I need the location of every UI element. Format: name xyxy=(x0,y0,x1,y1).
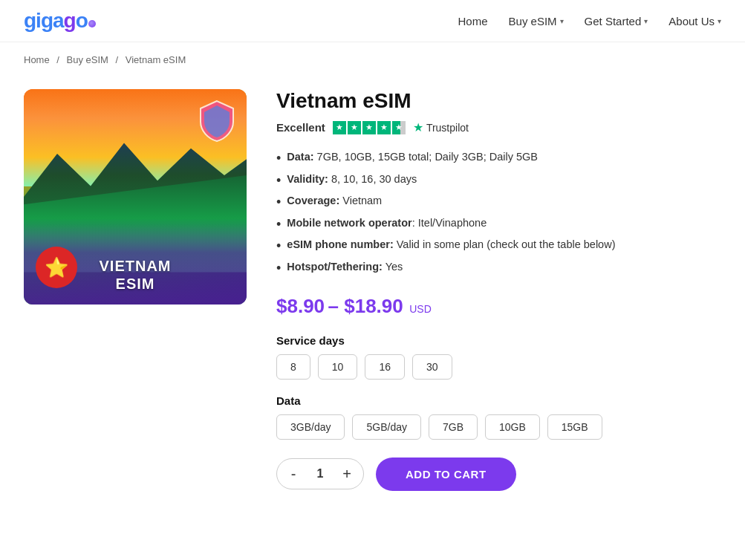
nav-about-us[interactable]: About Us ▾ xyxy=(668,15,721,27)
chevron-down-icon: ▾ xyxy=(644,17,648,25)
quantity-value: 1 xyxy=(307,467,334,481)
nav-links: Home Buy eSIM ▾ Get Started ▾ About Us ▾ xyxy=(458,15,721,27)
price-dash: – xyxy=(328,295,345,317)
service-day-10[interactable]: 10 xyxy=(318,354,358,380)
chevron-down-icon: ▾ xyxy=(560,17,564,25)
trustpilot-star-icon: ★ xyxy=(413,120,423,134)
feature-phone-number: • eSIM phone number: Valid in some plan … xyxy=(276,235,721,258)
quantity-minus-button[interactable]: - xyxy=(280,459,307,489)
price-to: $18.90 xyxy=(344,295,403,317)
feature-hotspot: • Hotspot/Tethering: Yes xyxy=(276,258,721,280)
feature-network: • Mobile network operator: Itel/Vinaphon… xyxy=(276,214,721,236)
price-row: $8.90 – $18.90 USD xyxy=(276,295,721,318)
navbar: gigago Home Buy eSIM ▾ Get Started ▾ Abo… xyxy=(0,0,745,42)
feature-coverage: • Coverage: Vietnam xyxy=(276,192,721,214)
data-10gb[interactable]: 10GB xyxy=(485,414,540,440)
breadcrumb-sep2: / xyxy=(116,54,119,65)
quantity-control: - 1 + xyxy=(276,458,364,489)
trust-star-3: ★ xyxy=(362,121,376,134)
trust-star-5: ★ xyxy=(392,121,406,134)
chevron-down-icon: ▾ xyxy=(718,17,721,25)
service-days-pills: 8 10 16 30 xyxy=(276,354,721,380)
trust-star-2: ★ xyxy=(348,121,361,134)
data-label: Data xyxy=(276,394,721,407)
breadcrumb-sep: / xyxy=(56,54,59,65)
breadcrumb-buy-esim[interactable]: Buy eSIM xyxy=(67,54,108,65)
data-5gb[interactable]: 5GB/day xyxy=(352,414,420,440)
features-list: • Data: 7GB, 10GB, 15GB total; Daily 3GB… xyxy=(276,148,721,280)
product-container: ⭐ VIETNAM ESIM Vietnam eSIM Excellent ★ … xyxy=(0,77,745,521)
bullet-icon: • xyxy=(276,217,281,233)
product-image-label: VIETNAM ESIM xyxy=(100,257,172,293)
trust-rating-label: Excellent xyxy=(276,121,325,134)
add-to-cart-button[interactable]: ADD TO CART xyxy=(376,458,516,491)
data-7gb[interactable]: 7GB xyxy=(429,414,478,440)
data-3gb[interactable]: 3GB/day xyxy=(276,414,345,440)
trust-star-4: ★ xyxy=(377,121,391,134)
trust-star-1: ★ xyxy=(333,121,346,134)
shield-icon xyxy=(198,100,236,143)
trustpilot-row: Excellent ★ ★ ★ ★ ★ ★ Trustpilot xyxy=(276,120,721,134)
data-section: Data 3GB/day 5GB/day 7GB 10GB 15GB xyxy=(276,394,721,440)
trust-stars: ★ ★ ★ ★ ★ xyxy=(333,121,406,134)
service-day-30[interactable]: 30 xyxy=(412,354,452,380)
service-days-label: Service days xyxy=(276,334,721,347)
breadcrumb-current: Vietnam eSIM xyxy=(126,54,186,65)
data-15gb[interactable]: 15GB xyxy=(547,414,602,440)
vietnam-flag: ⭐ xyxy=(36,247,77,288)
data-pills: 3GB/day 5GB/day 7GB 10GB 15GB xyxy=(276,414,721,440)
cart-row: - 1 + ADD TO CART xyxy=(276,458,721,491)
bullet-icon: • xyxy=(276,238,281,255)
price-currency: USD xyxy=(409,303,432,315)
price-from: $8.90 xyxy=(276,295,325,317)
trustpilot-logo: ★ Trustpilot xyxy=(413,120,469,134)
product-image-wrap: ⭐ VIETNAM ESIM xyxy=(24,89,247,491)
bullet-icon: • xyxy=(276,151,281,167)
bullet-icon: • xyxy=(276,173,281,189)
product-title: Vietnam eSIM xyxy=(276,89,721,113)
breadcrumb-home[interactable]: Home xyxy=(24,54,50,65)
service-day-8[interactable]: 8 xyxy=(276,354,310,380)
service-day-16[interactable]: 16 xyxy=(365,354,405,380)
quantity-plus-button[interactable]: + xyxy=(334,459,360,489)
nav-get-started[interactable]: Get Started ▾ xyxy=(585,15,648,27)
product-info: Vietnam eSIM Excellent ★ ★ ★ ★ ★ ★ Trust… xyxy=(276,89,721,491)
service-days-section: Service days 8 10 16 30 xyxy=(276,334,721,380)
breadcrumb: Home / Buy eSIM / Vietnam eSIM xyxy=(0,42,745,77)
nav-home[interactable]: Home xyxy=(458,15,488,27)
product-image-overlay: ⭐ VIETNAM ESIM xyxy=(24,218,247,305)
bullet-icon: • xyxy=(276,195,281,211)
feature-validity: • Validity: 8, 10, 16, 30 days xyxy=(276,170,721,192)
nav-buy-esim[interactable]: Buy eSIM ▾ xyxy=(509,15,564,27)
bullet-icon: • xyxy=(276,261,281,277)
feature-data: • Data: 7GB, 10GB, 15GB total; Daily 3GB… xyxy=(276,148,721,170)
logo[interactable]: gigago xyxy=(24,9,96,33)
product-image: ⭐ VIETNAM ESIM xyxy=(24,89,247,305)
